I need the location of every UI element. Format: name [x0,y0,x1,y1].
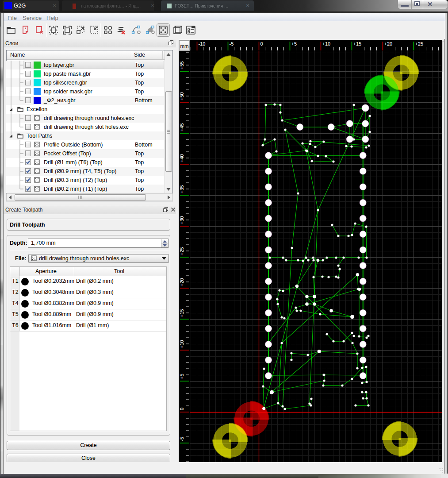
svg-text:+35: +35 [179,185,184,193]
svg-text:mm: mm [180,43,188,49]
svg-text:+55: +55 [179,61,184,69]
svg-text:+25: +25 [415,41,424,46]
svg-text:-10: -10 [199,41,206,46]
svg-text:+10: +10 [179,340,184,348]
svg-text:0: 0 [179,408,184,410]
svg-text:+25: +25 [179,247,184,255]
svg-text:+5: +5 [179,374,184,379]
svg-text:+45: +45 [179,123,184,131]
svg-text:+40: +40 [179,154,184,162]
svg-text:+15: +15 [353,41,362,46]
svg-text:+20: +20 [384,41,393,46]
svg-text:0: 0 [260,41,263,46]
svg-text:+15: +15 [179,309,184,317]
svg-text:+30: +30 [179,216,184,224]
svg-text:+20: +20 [179,278,184,286]
svg-text:-5: -5 [179,437,184,441]
svg-text:+50: +50 [179,92,184,100]
svg-text:-5: -5 [230,41,234,46]
svg-text:+5: +5 [291,41,297,46]
svg-text:+10: +10 [322,41,331,46]
